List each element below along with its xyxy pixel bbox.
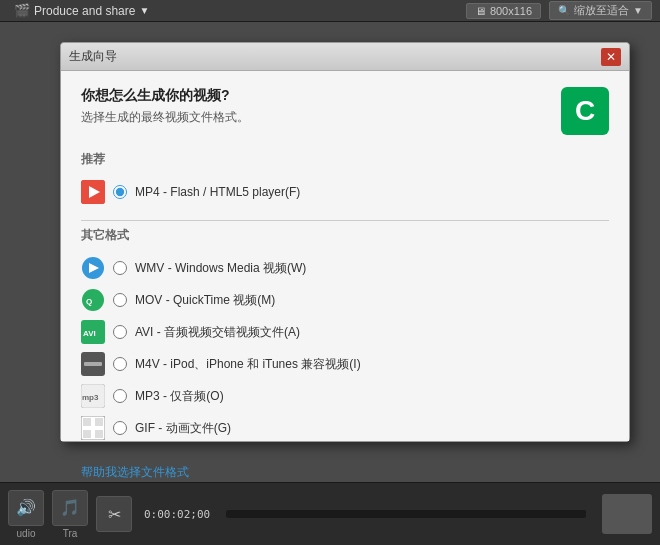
format-option-mp3[interactable]: mp3 MP3 - 仅音频(O) bbox=[81, 380, 609, 412]
recommended-label: 推荐 bbox=[81, 151, 609, 168]
svg-text:Q: Q bbox=[86, 297, 92, 306]
dimension-value: 800x116 bbox=[490, 5, 532, 17]
svg-rect-9 bbox=[84, 362, 102, 366]
dialog-heading: 你想怎么生成你的视频? bbox=[81, 87, 249, 105]
produce-share-label: Produce and share bbox=[34, 4, 135, 18]
mov-radio[interactable] bbox=[113, 293, 127, 307]
audio-label: udio bbox=[17, 528, 36, 539]
dropdown-arrow: ▼ bbox=[139, 5, 149, 16]
dialog-close-button[interactable]: ✕ bbox=[601, 48, 621, 66]
film-icon: 🎬 bbox=[14, 3, 30, 18]
dialog-content: 你想怎么生成你的视频? 选择生成的最终视频文件格式。 C 推荐 bbox=[61, 71, 629, 441]
svg-text:mp3: mp3 bbox=[82, 393, 99, 402]
format-option-avi[interactable]: AVI AVI - 音频视频交错视频文件(A) bbox=[81, 316, 609, 348]
track-button[interactable]: 🎵 bbox=[52, 490, 88, 526]
generate-wizard-dialog: 生成向导 ✕ 你想怎么生成你的视频? 选择生成的最终视频文件格式。 C 推荐 bbox=[60, 42, 630, 442]
monitor-icon: 🖥 bbox=[475, 5, 486, 17]
camtasia-logo: C bbox=[561, 87, 609, 135]
svg-rect-15 bbox=[83, 430, 91, 438]
help-link[interactable]: 帮助我选择文件格式 bbox=[81, 464, 189, 481]
zoom-button[interactable]: 🔍 缩放至适合 ▼ bbox=[549, 1, 652, 20]
logo-letter: C bbox=[575, 95, 595, 127]
format-option-mp4[interactable]: MP4 - Flash / HTML5 player(F) bbox=[81, 176, 609, 208]
format-option-gif[interactable]: GIF - 动画文件(G) bbox=[81, 412, 609, 444]
wmv-radio[interactable] bbox=[113, 261, 127, 275]
avi-radio[interactable] bbox=[113, 325, 127, 339]
other-formats-label: 其它格式 bbox=[81, 227, 609, 244]
gif-radio[interactable] bbox=[113, 421, 127, 435]
dialog-header-text: 你想怎么生成你的视频? 选择生成的最终视频文件格式。 bbox=[81, 87, 249, 126]
avi-icon: AVI bbox=[81, 320, 105, 344]
svg-rect-14 bbox=[95, 418, 103, 426]
zoom-label: 缩放至适合 bbox=[574, 3, 629, 18]
wmv-icon bbox=[81, 256, 105, 280]
gif-icon bbox=[81, 416, 105, 440]
mp4-label: MP4 - Flash / HTML5 player(F) bbox=[135, 185, 300, 199]
track-label: Tra bbox=[63, 528, 78, 539]
mp4-icon bbox=[81, 180, 105, 204]
scissors-icon: ✂ bbox=[108, 505, 121, 524]
format-option-wmv[interactable]: WMV - Windows Media 视频(W) bbox=[81, 252, 609, 284]
corner-logo bbox=[602, 494, 652, 534]
m4v-radio[interactable] bbox=[113, 357, 127, 371]
bottom-toolbar: 🔊 udio 🎵 Tra ✂ 0:00:02;00 bbox=[0, 482, 660, 545]
zoom-dropdown-arrow: ▼ bbox=[633, 5, 643, 16]
mp3-label: MP3 - 仅音频(O) bbox=[135, 388, 224, 405]
format-option-m4v[interactable]: M4V - iPod、iPhone 和 iTunes 兼容视频(I) bbox=[81, 348, 609, 380]
mp4-radio[interactable] bbox=[113, 185, 127, 199]
workspace: 生成向导 ✕ 你想怎么生成你的视频? 选择生成的最终视频文件格式。 C 推荐 bbox=[0, 22, 660, 482]
gif-label: GIF - 动画文件(G) bbox=[135, 420, 231, 437]
other-formats-section: 其它格式 WMV - Windows Media 视频(W) bbox=[81, 227, 609, 444]
recommended-section: 推荐 MP4 - Flash / HTML5 player(F) bbox=[81, 151, 609, 208]
time-display: 0:00:02;00 bbox=[144, 508, 210, 521]
top-toolbar: 🎬 Produce and share ▼ 🖥 800x116 🔍 缩放至适合 … bbox=[0, 0, 660, 22]
svg-rect-13 bbox=[83, 418, 91, 426]
audio-button[interactable]: 🔊 bbox=[8, 490, 44, 526]
audio-item: 🔊 udio bbox=[8, 490, 44, 539]
mp3-radio[interactable] bbox=[113, 389, 127, 403]
scissors-button[interactable]: ✂ bbox=[96, 496, 132, 532]
dialog-header: 你想怎么生成你的视频? 选择生成的最终视频文件格式。 C bbox=[81, 87, 609, 135]
progress-bar[interactable] bbox=[226, 510, 586, 518]
m4v-label: M4V - iPod、iPhone 和 iTunes 兼容视频(I) bbox=[135, 356, 361, 373]
avi-label: AVI - 音频视频交错视频文件(A) bbox=[135, 324, 300, 341]
wmv-label: WMV - Windows Media 视频(W) bbox=[135, 260, 306, 277]
dialog-titlebar: 生成向导 ✕ bbox=[61, 43, 629, 71]
produce-share-button[interactable]: 🎬 Produce and share ▼ bbox=[8, 1, 155, 20]
mov-icon: Q bbox=[81, 288, 105, 312]
dialog-title: 生成向导 bbox=[69, 48, 601, 65]
track-item: 🎵 Tra bbox=[52, 490, 88, 539]
format-option-mov[interactable]: Q MOV - QuickTime 视频(M) bbox=[81, 284, 609, 316]
dialog-subheading: 选择生成的最终视频文件格式。 bbox=[81, 109, 249, 126]
mp3-icon: mp3 bbox=[81, 384, 105, 408]
search-icon: 🔍 bbox=[558, 5, 570, 16]
dimension-badge: 🖥 800x116 bbox=[466, 3, 541, 19]
svg-text:AVI: AVI bbox=[83, 329, 96, 338]
svg-rect-16 bbox=[95, 430, 103, 438]
m4v-icon bbox=[81, 352, 105, 376]
mov-label: MOV - QuickTime 视频(M) bbox=[135, 292, 275, 309]
